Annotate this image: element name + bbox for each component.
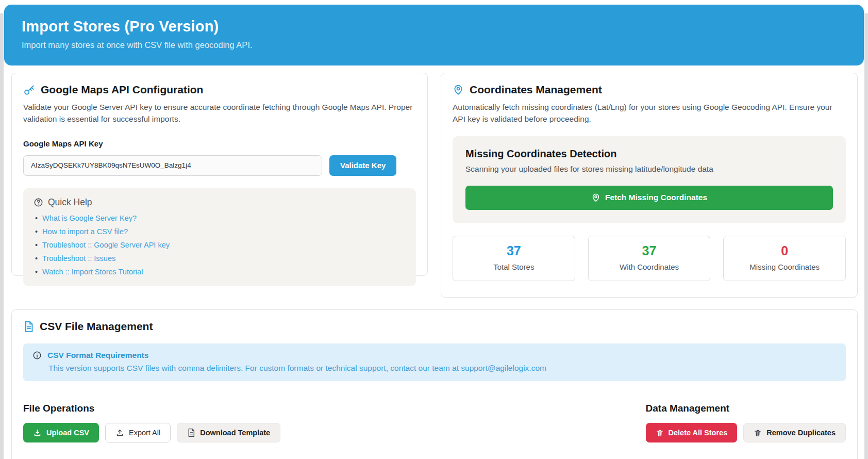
detection-description: Scanning your uploaded files for stores … [465,165,833,174]
coordinates-stats: 37 Total Stores 37 With Coordinates 0 Mi… [453,236,846,281]
export-all-button[interactable]: Export All [105,423,171,442]
validate-key-button[interactable]: Validate Key [329,155,396,176]
stat-with-coordinates: 37 With Coordinates [588,236,711,281]
stat-missing-coordinates: 0 Missing Coordinates [723,236,846,281]
api-config-description: Validate your Google Server API key to e… [23,102,415,125]
page-edge-left [0,13,4,459]
missing-coordinates-box: Missing Coordinates Detection Scanning y… [453,136,846,223]
info-circle-icon [32,351,42,360]
help-link-tutorial-video[interactable]: Watch :: Import Stores Tutorial [42,268,143,276]
stat-value: 0 [729,244,840,257]
notice-header: CSV Format Requirements [32,351,837,360]
export-all-label: Export All [129,429,160,437]
quick-help-title: Quick Help [48,197,92,208]
help-link-import-csv[interactable]: How to import a CSV file? [42,227,128,236]
quick-help-header: Quick Help [34,197,406,208]
remove-duplicates-label: Remove Duplicates [766,429,836,437]
fetch-button-label: Fetch Missing Coordinates [605,193,707,202]
help-link-troubleshoot-api-key[interactable]: Troubleshoot :: Google Server API key [42,241,170,249]
upload-tray-icon [115,429,124,437]
csv-format-notice: CSV Format Requirements This version sup… [23,343,846,381]
list-item: •What is Google Server Key? [35,214,406,222]
remove-duplicates-button[interactable]: Remove Duplicates [743,423,846,442]
download-template-button[interactable]: Download Template [177,423,280,442]
coordinates-header: Coordinates Management [453,84,846,96]
file-operations-group: File Operations Upload CSV [23,403,280,442]
key-icon [23,84,35,96]
csv-management-card: CSV File Management CSV Format Requireme… [11,309,858,459]
detection-title: Missing Coordinates Detection [465,148,833,160]
stat-label: Missing Coordinates [729,263,840,271]
upload-csv-button[interactable]: Upload CSV [23,423,99,442]
stat-label: With Coordinates [594,263,705,271]
csv-management-header: CSV File Management [23,320,846,333]
location-pin-icon [453,84,464,95]
question-circle-icon [34,198,43,207]
data-management-buttons: Delete All Stores Remove Duplicates [646,423,846,442]
fetch-missing-coordinates-button[interactable]: Fetch Missing Coordinates [465,186,833,210]
coordinates-card: Coordinates Management Automatically fet… [441,73,858,298]
api-key-input[interactable] [23,155,322,176]
csv-management-title: CSV File Management [40,320,153,333]
stat-total-stores: 37 Total Stores [453,236,575,281]
api-key-label: Google Maps API Key [23,139,416,148]
api-config-header: Google Maps API Configuration [23,84,416,96]
help-link-troubleshoot-issues[interactable]: Troubleshoot :: Issues [42,254,115,263]
location-pin-icon [591,193,600,202]
delete-all-stores-button[interactable]: Delete All Stores [646,423,738,442]
download-template-label: Download Template [200,429,270,437]
quick-help-links: •What is Google Server Key? •How to impo… [34,214,406,276]
download-tray-icon [33,429,42,437]
api-key-row: Validate Key [23,155,416,176]
notice-title: CSV Format Requirements [47,351,148,360]
list-item: •Troubleshoot :: Google Server API key [35,241,406,249]
quick-help-box: Quick Help •What is Google Server Key? •… [23,188,416,286]
page-title: Import Stores (Pro Version) [22,18,846,35]
coordinates-title: Coordinates Management [470,84,602,96]
file-icon [187,428,195,437]
file-icon [23,321,34,333]
file-operations-title: File Operations [23,403,280,414]
page-edge-right [864,13,868,459]
stat-value: 37 [458,244,570,257]
notice-text: This version supports CSV files with com… [48,364,837,373]
help-link-server-key[interactable]: What is Google Server Key? [42,214,137,222]
list-item: •How to import a CSV file? [35,227,406,236]
page-subtitle: Import many stores at once with CSV file… [22,40,846,50]
operations-row: File Operations Upload CSV [23,403,846,442]
trash-icon [656,429,664,437]
trash-icon [754,429,762,437]
list-item: •Troubleshoot :: Issues [35,254,406,263]
api-config-card: Google Maps API Configuration Validate y… [11,73,428,276]
coordinates-description: Automatically fetch missing coordinates … [453,102,844,125]
api-config-title: Google Maps API Configuration [41,84,203,96]
upload-csv-label: Upload CSV [46,429,89,437]
stat-value: 37 [594,244,705,257]
stat-label: Total Stores [458,263,570,271]
data-management-title: Data Management [646,403,846,414]
file-operations-buttons: Upload CSV Export All [23,423,280,442]
page-header: Import Stores (Pro Version) Import many … [4,5,864,65]
list-item: •Watch :: Import Stores Tutorial [35,268,406,276]
delete-all-stores-label: Delete All Stores [669,429,728,437]
data-management-group: Data Management Delete All Stores [646,403,846,442]
